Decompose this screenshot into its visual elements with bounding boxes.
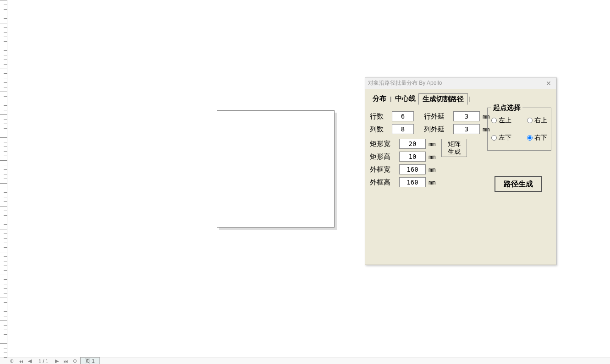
unit-mm: mm (429, 166, 439, 173)
close-icon[interactable]: ✕ (544, 80, 553, 87)
dialog-window: 对象沿路径批量分布 By Apollo ✕ 分布 | 中心线 生成切割路径 | … (365, 77, 556, 265)
label-cols: 列数 (370, 125, 389, 134)
input-frame-height[interactable] (399, 177, 426, 187)
label-col-extend: 列外延 (424, 125, 451, 134)
radio-top-left[interactable]: 左上 (491, 116, 511, 125)
unit-mm: mm (429, 153, 439, 160)
input-col-extend[interactable] (453, 124, 480, 134)
radio-top-left-label: 左上 (499, 116, 511, 125)
nav-first-icon[interactable]: ⏮ (17, 359, 25, 364)
label-frame-height: 外框高 (370, 178, 396, 187)
radio-top-right-input[interactable] (527, 118, 533, 123)
start-point-legend: 起点选择 (491, 103, 522, 112)
input-cols[interactable] (392, 124, 414, 134)
unit-mm: mm (429, 141, 439, 147)
unit-mm: mm (429, 179, 439, 186)
dialog-titlebar[interactable]: 对象沿路径批量分布 By Apollo ✕ (365, 77, 556, 89)
input-rect-width[interactable] (399, 139, 426, 149)
radio-top-right-label: 右上 (534, 116, 547, 125)
radio-top-right[interactable]: 右上 (527, 116, 547, 125)
status-bar: ⊕ ⏮ ◀ 1 / 1 ▶ ⏭ ⊕ 页 1 (0, 358, 610, 364)
vertical-ruler (0, 0, 7, 359)
tab-trailing-line: | (468, 95, 471, 102)
path-generate-button[interactable]: 路径生成 (495, 176, 542, 192)
row-frame-width: 外框宽 mm (370, 164, 551, 174)
matrix-generate-button[interactable]: 矩阵 生成 (441, 139, 467, 157)
radio-top-left-input[interactable] (491, 118, 497, 123)
matrix-button-wrap: 矩阵 生成 (441, 139, 467, 157)
nav-add2-icon[interactable]: ⊕ (71, 358, 78, 364)
nav-add-icon[interactable]: ⊕ (8, 358, 15, 364)
tab-centerline[interactable]: 中心线 (392, 93, 418, 104)
tab-generate-cut-path[interactable]: 生成切割路径 (418, 93, 468, 105)
label-row-extend: 行外延 (424, 112, 451, 121)
input-row-extend[interactable] (453, 111, 480, 121)
canvas-rectangle[interactable] (217, 110, 335, 228)
nav-prev-icon[interactable]: ◀ (27, 358, 33, 364)
input-rows[interactable] (392, 111, 414, 121)
input-frame-width[interactable] (399, 164, 426, 174)
dialog-title: 对象沿路径批量分布 By Apollo (368, 79, 442, 87)
label-rect-height: 矩形高 (370, 152, 396, 161)
page-indicator: 1 / 1 (35, 359, 52, 364)
tab-bar: 分布 | 中心线 生成切割路径 | (370, 93, 551, 105)
label-rect-width: 矩形宽 (370, 140, 396, 148)
dialog-body: 分布 | 中心线 生成切割路径 | 行数 行外延 mm 列数 (365, 89, 556, 194)
tab-separator: | (389, 95, 392, 102)
tab-distribute[interactable]: 分布 (370, 93, 389, 104)
radio-row-top: 左上 右上 (491, 116, 547, 125)
nav-last-icon[interactable]: ⏭ (62, 359, 70, 364)
label-rows: 行数 (370, 112, 389, 121)
label-frame-width: 外框宽 (370, 165, 396, 174)
nav-next-icon[interactable]: ▶ (54, 358, 60, 364)
form-area: 行数 行外延 mm 列数 列外延 mm 起点选择 (370, 109, 551, 187)
page-tab[interactable]: 页 1 (80, 357, 99, 364)
input-rect-height[interactable] (399, 152, 426, 162)
